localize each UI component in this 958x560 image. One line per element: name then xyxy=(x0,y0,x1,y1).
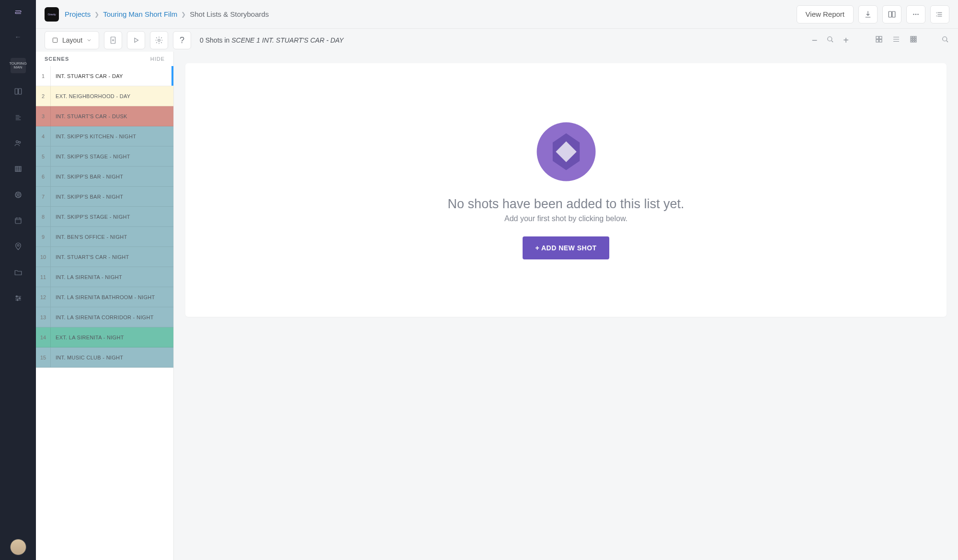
svg-rect-22 xyxy=(879,36,882,39)
zoom-search-icon[interactable] xyxy=(826,35,834,45)
breadcrumb-project-name[interactable]: Touring Man Short Film xyxy=(103,10,177,18)
user-avatar[interactable] xyxy=(10,539,26,555)
svg-point-2 xyxy=(16,141,18,143)
svg-point-20 xyxy=(828,37,832,41)
help-button[interactable]: ? xyxy=(173,31,191,49)
scene-row[interactable]: 11INT. LA SIRENITA - NIGHT xyxy=(36,267,173,287)
scene-name: INT. LA SIRENITA CORRIDOR - NIGHT xyxy=(56,314,173,320)
scene-name: INT. SKIPP'S BAR - NIGHT xyxy=(56,194,173,200)
present-button[interactable] xyxy=(882,5,901,23)
view-grid-large-button[interactable] xyxy=(875,35,883,45)
add-page-button[interactable] xyxy=(104,31,122,49)
svg-rect-31 xyxy=(911,41,912,42)
rail-project-thumb[interactable]: TOURINGMAN xyxy=(11,58,26,73)
scene-row[interactable]: 8INT. SKIPP'S STAGE - NIGHT xyxy=(36,207,173,227)
svg-point-8 xyxy=(17,245,19,246)
scene-number: 5 xyxy=(36,146,50,166)
chevron-down-icon xyxy=(86,37,92,43)
rail-calendar[interactable] xyxy=(11,213,26,228)
app-logo[interactable] xyxy=(10,5,26,21)
svg-rect-27 xyxy=(915,36,916,38)
chevron-right-icon: ❯ xyxy=(94,11,99,18)
scene-row[interactable]: 13INT. LA SIRENITA CORRIDOR - NIGHT xyxy=(36,307,173,327)
more-options-button[interactable] xyxy=(906,5,925,23)
rail-reports-wheel[interactable] xyxy=(11,187,26,202)
svg-point-15 xyxy=(915,13,916,14)
rail-storyboard[interactable] xyxy=(11,84,26,99)
rail-cast[interactable] xyxy=(11,135,26,151)
svg-point-11 xyxy=(17,299,18,301)
svg-point-34 xyxy=(943,37,947,41)
svg-rect-12 xyxy=(889,11,891,17)
view-grid-small-button[interactable] xyxy=(909,35,918,45)
scene-row[interactable]: 10INT. STUART'S CAR - NIGHT xyxy=(36,247,173,267)
empty-subtitle: Add your first shot by clicking below. xyxy=(504,214,627,223)
svg-rect-7 xyxy=(15,218,21,224)
svg-point-9 xyxy=(16,296,17,297)
rail-files[interactable] xyxy=(11,265,26,280)
rail-settings-sliders[interactable] xyxy=(11,291,26,306)
scenes-title: SCENES xyxy=(45,56,69,62)
breadcrumb-bar: Gravity Projects ❯ Touring Man Short Fil… xyxy=(36,0,958,29)
zoom-out-button[interactable]: − xyxy=(812,35,818,46)
scene-row[interactable]: 6INT. SKIPP'S BAR - NIGHT xyxy=(36,167,173,187)
scene-name: INT. STUART'S CAR - DUSK xyxy=(56,113,173,119)
scene-row[interactable]: 4INT. SKIPP'S KITCHEN - NIGHT xyxy=(36,126,173,146)
view-list-button[interactable] xyxy=(892,35,901,45)
rail-breakdown[interactable] xyxy=(11,161,26,177)
svg-rect-1 xyxy=(18,89,21,94)
canvas-search-button[interactable] xyxy=(941,35,949,45)
settings-button[interactable] xyxy=(150,31,168,49)
scene-number: 4 xyxy=(36,126,50,146)
tool-row: Layout ? 0 Shots in SCENE 1 INT. STUART'… xyxy=(36,29,958,52)
scene-number: 8 xyxy=(36,207,50,226)
rail-locations[interactable] xyxy=(11,239,26,254)
scene-row[interactable]: 9INT. BEN'S OFFICE - NIGHT xyxy=(36,227,173,247)
reorder-list-button[interactable] xyxy=(930,5,949,23)
scene-name: INT. SKIPP'S STAGE - NIGHT xyxy=(56,154,173,159)
scene-row[interactable]: 7INT. SKIPP'S BAR - NIGHT xyxy=(36,187,173,207)
scene-row[interactable]: 15INT. MUSIC CLUB - NIGHT xyxy=(36,347,173,368)
scene-row[interactable]: 2EXT. NEIGHBORHOOD - DAY xyxy=(36,86,173,106)
layout-dropdown[interactable]: Layout xyxy=(45,31,99,49)
svg-rect-28 xyxy=(911,39,912,40)
hide-scenes-button[interactable]: HIDE xyxy=(150,56,165,62)
shot-count-label: 0 Shots in SCENE 1 INT. STUART'S CAR - D… xyxy=(200,36,343,44)
svg-rect-21 xyxy=(876,36,878,39)
svg-rect-30 xyxy=(915,39,916,40)
scene-row[interactable]: 3INT. STUART'S CAR - DUSK xyxy=(36,106,173,126)
layout-label: Layout xyxy=(62,36,82,44)
svg-rect-17 xyxy=(53,38,57,42)
download-button[interactable] xyxy=(858,5,878,23)
scene-number: 12 xyxy=(36,287,50,307)
view-report-button[interactable]: View Report xyxy=(797,5,854,23)
svg-point-6 xyxy=(17,194,19,196)
svg-rect-26 xyxy=(913,36,914,38)
play-slideshow-button[interactable] xyxy=(127,31,145,49)
svg-rect-29 xyxy=(913,39,914,40)
svg-rect-33 xyxy=(915,41,916,42)
scene-row[interactable]: 1INT. STUART'S CAR - DAY xyxy=(36,66,173,86)
svg-point-10 xyxy=(19,298,20,299)
breadcrumb-projects[interactable]: Projects xyxy=(65,10,91,18)
scene-row[interactable]: 14EXT. LA SIRENITA - NIGHT xyxy=(36,327,173,347)
back-arrow[interactable]: ← xyxy=(15,33,22,41)
svg-rect-25 xyxy=(911,36,912,38)
scene-name: INT. BEN'S OFFICE - NIGHT xyxy=(56,234,173,240)
svg-point-3 xyxy=(19,142,21,144)
scene-row[interactable]: 12INT. LA SIRENITA BATHROOM - NIGHT xyxy=(36,287,173,307)
scene-name: INT. STUART'S CAR - DAY xyxy=(56,73,173,79)
svg-point-19 xyxy=(158,39,160,42)
project-chip[interactable]: Gravity xyxy=(45,7,59,22)
add-new-shot-button[interactable]: + ADD NEW SHOT xyxy=(523,236,609,259)
global-nav-rail: ← TOURINGMAN xyxy=(0,0,36,560)
rail-script[interactable] xyxy=(11,110,26,125)
scene-row[interactable]: 5INT. SKIPP'S STAGE - NIGHT xyxy=(36,146,173,167)
scene-name: EXT. NEIGHBORHOOD - DAY xyxy=(56,93,173,99)
svg-point-14 xyxy=(913,13,914,14)
scene-name: INT. MUSIC CLUB - NIGHT xyxy=(56,355,173,360)
scene-name: INT. LA SIRENITA - NIGHT xyxy=(56,274,173,280)
zoom-in-button[interactable]: + xyxy=(843,35,849,46)
chevron-right-icon: ❯ xyxy=(181,11,186,18)
scene-list: 1INT. STUART'S CAR - DAY2EXT. NEIGHBORHO… xyxy=(36,66,173,560)
